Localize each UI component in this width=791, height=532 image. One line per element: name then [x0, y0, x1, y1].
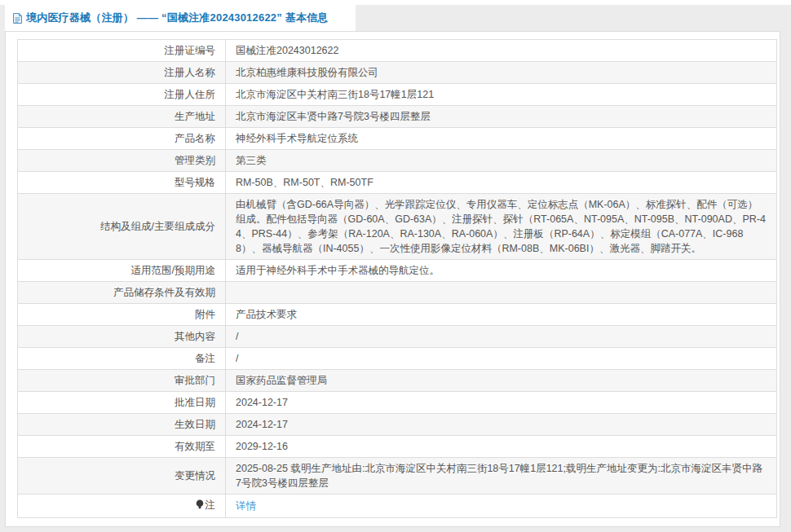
row-label: 型号规格 [18, 172, 226, 194]
table-row: 批准日期2024-12-17 [18, 392, 777, 414]
row-value: 2029-12-16 [226, 436, 777, 458]
table-row: 附件产品技术要求 [18, 304, 777, 326]
table-row: 有效期至2029-12-16 [18, 436, 777, 458]
table-row: 其他内容/ [18, 326, 777, 348]
row-value: 详情 [226, 495, 777, 518]
title-bar: 境内医疗器械（注册） —— “国械注准20243012622” 基本信息 [5, 5, 356, 31]
row-value: 由机械臂（含GD-66A导向器）、光学跟踪定位仪、专用仪器车、定位标志点（MK-… [226, 194, 777, 260]
table-row: 备注/ [18, 348, 777, 370]
row-label: 管理类别 [18, 150, 226, 172]
row-value: 适用于神经外科手术中手术器械的导航定位。 [226, 260, 777, 282]
row-value: 国械注准20243012622 [226, 40, 777, 62]
row-label: 适用范围/预期用途 [18, 260, 226, 282]
table-row: 注详情 [18, 495, 777, 518]
table-row: 管理类别第三类 [18, 150, 777, 172]
row-label: 附件 [18, 304, 226, 326]
row-value: 产品技术要求 [226, 304, 777, 326]
row-value: 2024-12-17 [226, 392, 777, 414]
table-row: 结构及组成/主要组成成分由机械臂（含GD-66A导向器）、光学跟踪定位仪、专用仪… [18, 194, 777, 260]
table-row: 注册人住所北京市海淀区中关村南三街18号17幢1层121 [18, 84, 777, 106]
row-value: / [226, 326, 777, 348]
table-row: 生产地址北京市海淀区丰贤中路7号院3号楼四层整层 [18, 106, 777, 128]
row-value: 2025-08-25 载明生产地址由:北京市海淀区中关村南三街18号17幢1层1… [226, 458, 777, 495]
row-label: 注册人住所 [18, 84, 226, 106]
row-value: RM-50B、RM-50T、RM-50TF [226, 172, 777, 194]
page-title: 境内医疗器械（注册） —— “国械注准20243012622” 基本信息 [26, 11, 329, 25]
row-label: 生产地址 [18, 106, 226, 128]
table-row: 生效日期2024-12-17 [18, 414, 777, 436]
note-bulb-icon [196, 499, 204, 514]
table-row: 型号规格RM-50B、RM-50T、RM-50TF [18, 172, 777, 194]
detail-link[interactable]: 详情 [236, 500, 256, 512]
table-row: 审批部门国家药品监督管理局 [18, 370, 777, 392]
row-value [226, 282, 777, 304]
row-label: 结构及组成/主要组成成分 [18, 194, 226, 260]
table-row: 产品名称神经外科手术导航定位系统 [18, 128, 777, 150]
row-label: 注册证编号 [18, 40, 226, 62]
table-row: 注册人名称北京柏惠维康科技股份有限公司 [18, 62, 777, 84]
row-label: 变更情况 [18, 458, 226, 495]
row-label: 产品名称 [18, 128, 226, 150]
table-row: 产品储存条件及有效期 [18, 282, 777, 304]
row-label: 产品储存条件及有效期 [18, 282, 226, 304]
row-label: 有效期至 [18, 436, 226, 458]
row-value: 2024-12-17 [226, 414, 777, 436]
row-label: 注 [18, 495, 226, 518]
table-row: 注册证编号国械注准20243012622 [18, 40, 777, 62]
row-value: / [226, 348, 777, 370]
content-panel: 注册证编号国械注准20243012622注册人名称北京柏惠维康科技股份有限公司注… [5, 31, 780, 527]
info-table-body: 注册证编号国械注准20243012622注册人名称北京柏惠维康科技股份有限公司注… [18, 40, 777, 518]
row-label: 生效日期 [18, 414, 226, 436]
row-label: 批准日期 [18, 392, 226, 414]
row-label: 注册人名称 [18, 62, 226, 84]
row-value: 北京柏惠维康科技股份有限公司 [226, 62, 777, 84]
row-value: 北京市海淀区中关村南三街18号17幢1层121 [226, 84, 777, 106]
row-value: 国家药品监督管理局 [226, 370, 777, 392]
row-value: 神经外科手术导航定位系统 [226, 128, 777, 150]
table-row: 适用范围/预期用途适用于神经外科手术中手术器械的导航定位。 [18, 260, 777, 282]
table-row: 变更情况2025-08-25 载明生产地址由:北京市海淀区中关村南三街18号17… [18, 458, 777, 495]
row-value: 北京市海淀区丰贤中路7号院3号楼四层整层 [226, 106, 777, 128]
row-value: 第三类 [226, 150, 777, 172]
info-table: 注册证编号国械注准20243012622注册人名称北京柏惠维康科技股份有限公司注… [17, 39, 777, 518]
document-icon [12, 12, 23, 24]
row-label: 审批部门 [18, 370, 226, 392]
row-label: 备注 [18, 348, 226, 370]
row-label: 其他内容 [18, 326, 226, 348]
